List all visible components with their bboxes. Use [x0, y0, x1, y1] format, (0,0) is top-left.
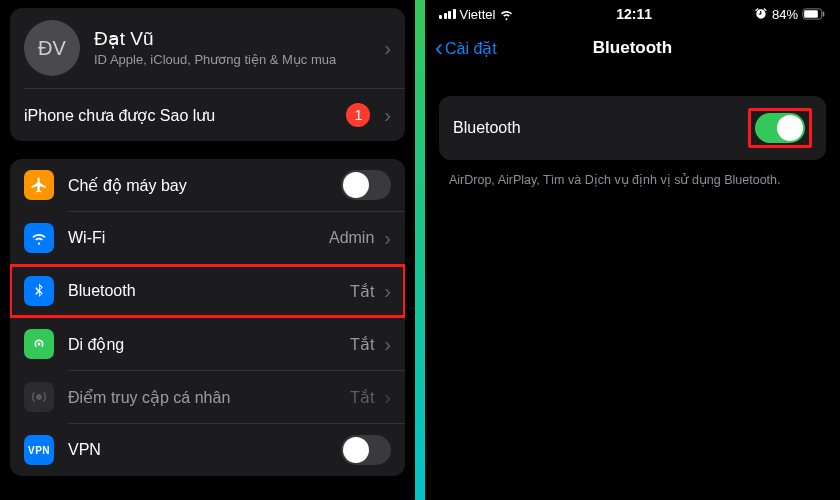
status-bar: Viettel 12:11 84% — [425, 0, 840, 26]
battery-percent: 84% — [772, 7, 798, 22]
alarm-icon — [754, 7, 768, 21]
clock: 12:11 — [616, 6, 652, 22]
backup-row[interactable]: iPhone chưa được Sao lưu 1 › — [10, 89, 405, 141]
hotspot-label: Điểm truy cập cá nhân — [68, 388, 350, 407]
chevron-right-icon: › — [384, 386, 391, 409]
wifi-value: Admin — [329, 229, 374, 247]
cellular-label: Di động — [68, 335, 350, 354]
cellular-value: Tắt — [350, 335, 374, 354]
battery-icon — [802, 8, 826, 20]
chevron-right-icon: › — [384, 333, 391, 356]
wifi-row[interactable]: Wi-Fi Admin › — [10, 212, 405, 264]
wifi-icon — [24, 223, 54, 253]
hotspot-value: Tắt — [350, 388, 374, 407]
chevron-right-icon: › — [384, 227, 391, 250]
bluetooth-value: Tắt — [350, 282, 374, 301]
airplane-toggle[interactable] — [341, 170, 391, 200]
bluetooth-footer: AirDrop, AirPlay, Tìm và Dịch vụ định vị… — [425, 166, 840, 195]
vpn-toggle[interactable] — [341, 435, 391, 465]
chevron-left-icon: ‹ — [435, 34, 443, 62]
back-button[interactable]: ‹ Cài đặt — [435, 34, 497, 62]
airplane-label: Chế độ máy bay — [68, 176, 341, 195]
svg-rect-2 — [823, 11, 825, 16]
chevron-right-icon: › — [384, 104, 391, 127]
profile-card: ĐV Đạt Vũ ID Apple, iCloud, Phương tiện … — [10, 8, 405, 141]
bluetooth-label: Bluetooth — [68, 282, 350, 300]
bluetooth-toggle[interactable] — [755, 113, 805, 143]
notification-badge: 1 — [346, 103, 370, 127]
screen-divider — [415, 0, 425, 500]
bluetooth-card: Bluetooth — [439, 96, 826, 160]
svg-rect-1 — [804, 10, 818, 18]
airplane-mode-row[interactable]: Chế độ máy bay — [10, 159, 405, 211]
profile-name: Đạt Vũ — [94, 27, 384, 50]
apple-id-row[interactable]: ĐV Đạt Vũ ID Apple, iCloud, Phương tiện … — [10, 8, 405, 88]
chevron-right-icon: › — [384, 37, 391, 60]
bluetooth-icon — [24, 276, 54, 306]
cellular-icon — [24, 329, 54, 359]
airplane-icon — [24, 170, 54, 200]
hotspot-icon — [24, 382, 54, 412]
highlight-box — [748, 108, 812, 148]
profile-subtitle: ID Apple, iCloud, Phương tiện & Mục mua — [94, 52, 384, 69]
backup-label: iPhone chưa được Sao lưu — [24, 106, 346, 125]
bluetooth-screen: Viettel 12:11 84% ‹ Cài đặt Bluetooth Bl… — [425, 0, 840, 500]
vpn-row[interactable]: VPN VPN — [10, 424, 405, 476]
vpn-label: VPN — [68, 441, 341, 459]
nav-header: ‹ Cài đặt Bluetooth — [425, 26, 840, 76]
wifi-status-icon — [499, 7, 514, 22]
hotspot-row[interactable]: Điểm truy cập cá nhân Tắt › — [10, 371, 405, 423]
carrier-label: Viettel — [460, 7, 496, 22]
settings-screen: ĐV Đạt Vũ ID Apple, iCloud, Phương tiện … — [0, 0, 415, 500]
chevron-right-icon: › — [384, 280, 391, 303]
bluetooth-toggle-label: Bluetooth — [453, 119, 521, 137]
bluetooth-row[interactable]: Bluetooth Tắt › — [10, 265, 405, 317]
signal-icon — [439, 9, 456, 19]
bluetooth-toggle-row[interactable]: Bluetooth — [439, 96, 826, 160]
vpn-icon: VPN — [24, 435, 54, 465]
avatar: ĐV — [24, 20, 80, 76]
wifi-label: Wi-Fi — [68, 229, 329, 247]
cellular-row[interactable]: Di động Tắt › — [10, 318, 405, 370]
back-label: Cài đặt — [445, 39, 497, 58]
network-settings-card: Chế độ máy bay Wi-Fi Admin › Bluetooth T… — [10, 159, 405, 476]
